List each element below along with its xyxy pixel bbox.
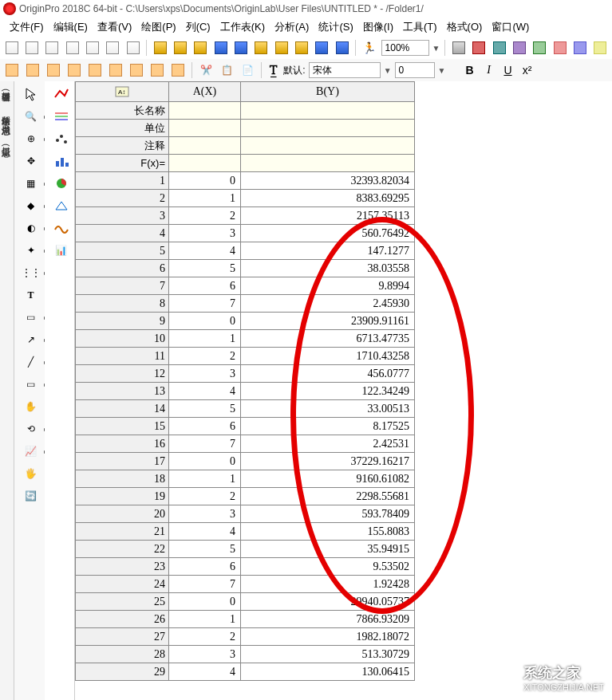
row-header[interactable]: 21 [75, 523, 169, 541]
row-header[interactable]: 14 [75, 400, 169, 418]
meta-cell-units-a[interactable] [169, 120, 241, 137]
meta-cell-longname-b[interactable] [241, 102, 415, 120]
text-tool-icon[interactable]: T̲ [270, 64, 277, 77]
data-selector-icon[interactable]: ▦▸ [22, 174, 41, 193]
open-icon[interactable] [152, 39, 168, 57]
cell-b[interactable]: 2298.55681 [241, 488, 415, 505]
cell-b[interactable]: 32393.82034 [241, 172, 415, 190]
row-header[interactable]: 7 [75, 277, 169, 295]
italic-button[interactable]: I [481, 64, 497, 77]
ws-tool-6-icon[interactable] [107, 61, 124, 79]
rectangle-tool-icon[interactable]: ▭▸ [22, 375, 41, 394]
row-header[interactable]: 26 [75, 611, 169, 628]
menu-edit[interactable]: 编辑(E) [49, 18, 93, 36]
new-project-icon[interactable] [3, 39, 20, 57]
meta-cell-units-b[interactable] [241, 120, 415, 137]
bold-button[interactable]: B [462, 64, 478, 77]
cell-a[interactable]: 4 [169, 663, 241, 681]
new-excel-icon[interactable] [44, 39, 61, 57]
stack-lines-icon[interactable] [52, 107, 71, 126]
meta-cell-longname-a[interactable] [169, 102, 241, 120]
cell-b[interactable]: 6713.47735 [241, 330, 415, 348]
side-tab-message-log[interactable]: 消息日志 (4) [0, 114, 14, 137]
rescale-tool-icon[interactable]: ⟲▸ [22, 419, 41, 438]
cell-b[interactable]: 560.76492 [241, 225, 415, 242]
ws-tool-4-icon[interactable] [65, 61, 83, 79]
row-header[interactable]: 19 [75, 488, 169, 505]
save-icon[interactable] [212, 39, 229, 57]
menu-worksheet[interactable]: 工作表(K) [215, 18, 270, 36]
import-single-icon[interactable] [273, 39, 290, 57]
copy-icon[interactable]: 📋 [218, 61, 235, 79]
open-excel-icon[interactable] [192, 39, 209, 57]
cell-a[interactable]: 2 [169, 348, 241, 365]
menu-format[interactable]: 格式(O) [442, 18, 488, 36]
zoom-tool-icon[interactable]: 🔍▸ [22, 107, 41, 126]
cell-a[interactable]: 2 [169, 488, 241, 505]
cell-b[interactable]: 155.8083 [241, 523, 415, 541]
open-template-icon[interactable] [172, 39, 188, 57]
menu-analysis[interactable]: 分析(A) [270, 18, 314, 36]
draw-data-icon[interactable]: ✦▸ [22, 241, 41, 260]
export-icon[interactable] [334, 39, 350, 57]
cell-b[interactable]: 2157.35113 [241, 207, 415, 225]
cell-a[interactable]: 2 [169, 207, 241, 225]
cell-b[interactable]: 29940.05737 [241, 593, 415, 611]
import-multi-icon[interactable] [293, 39, 310, 57]
row-header[interactable]: 17 [75, 453, 169, 470]
cell-a[interactable]: 5 [169, 400, 241, 418]
meta-cell-comments-a[interactable] [169, 137, 241, 155]
3d-plot-icon[interactable] [52, 196, 71, 215]
cell-a[interactable]: 6 [169, 418, 241, 435]
cell-a[interactable]: 0 [169, 172, 241, 190]
cell-a[interactable]: 1 [169, 611, 241, 628]
menu-plot[interactable]: 绘图(P) [136, 18, 180, 36]
cell-b[interactable]: 130.06415 [241, 663, 415, 681]
cell-b[interactable]: 593.78409 [241, 505, 415, 523]
cell-a[interactable]: 2 [169, 628, 241, 646]
video-icon[interactable] [511, 39, 527, 57]
menu-window[interactable]: 窗口(W) [487, 18, 534, 36]
cell-b[interactable]: 122.34249 [241, 383, 415, 400]
cell-a[interactable]: 4 [169, 523, 241, 541]
menu-file[interactable]: 文件(F) [5, 18, 49, 36]
cell-b[interactable]: 7866.93209 [241, 611, 415, 628]
row-header[interactable]: 29 [75, 663, 169, 681]
row-header[interactable]: 13 [75, 383, 169, 400]
row-header[interactable]: 16 [75, 435, 169, 453]
ws-tool-1-icon[interactable] [3, 61, 21, 79]
row-header[interactable]: 20 [75, 505, 169, 523]
insert-object-icon[interactable]: 🖐 [22, 464, 41, 483]
cell-b[interactable]: 2.45930 [241, 295, 415, 313]
new-graph-icon[interactable] [64, 39, 81, 57]
zoom-combo[interactable] [381, 40, 429, 56]
size-dropdown-icon[interactable]: ▼ [438, 66, 446, 75]
duplicate-icon[interactable] [471, 39, 488, 57]
menu-view[interactable]: 查看(V) [93, 18, 136, 36]
ws-tool-8-icon[interactable] [148, 61, 166, 79]
cell-a[interactable]: 6 [169, 277, 241, 295]
row-header[interactable]: 28 [75, 646, 169, 663]
cell-a[interactable]: 1 [169, 470, 241, 488]
insert-graph-icon[interactable]: 📈▸ [22, 442, 41, 461]
menu-tools[interactable]: 工具(T) [398, 18, 442, 36]
paste-icon[interactable]: 📄 [239, 61, 256, 79]
row-header[interactable]: 15 [75, 418, 169, 435]
refresh-icon[interactable] [531, 39, 548, 57]
cell-a[interactable]: 4 [169, 383, 241, 400]
row-header[interactable]: 1 [75, 172, 169, 190]
template-plot-icon[interactable]: 📊 [52, 241, 71, 260]
roi-tool-icon[interactable]: ⋮⋮▸ [22, 263, 41, 282]
pointer-tool-icon[interactable] [22, 85, 41, 104]
cell-a[interactable]: 7 [169, 576, 241, 593]
cut-icon[interactable]: ✂️ [197, 61, 215, 79]
cell-a[interactable]: 3 [169, 365, 241, 383]
rotate-tool-icon[interactable]: 🔄 [22, 486, 41, 505]
meta-cell-comments-b[interactable] [241, 137, 415, 155]
cell-b[interactable]: 1982.18072 [241, 628, 415, 646]
cell-b[interactable]: 35.94915 [241, 541, 415, 558]
column-header-a[interactable]: A(X) [169, 81, 241, 102]
row-header[interactable]: 10 [75, 330, 169, 348]
side-tab-quick-help[interactable]: 快速帮助 [0, 104, 14, 114]
menu-image[interactable]: 图像(I) [358, 18, 398, 36]
